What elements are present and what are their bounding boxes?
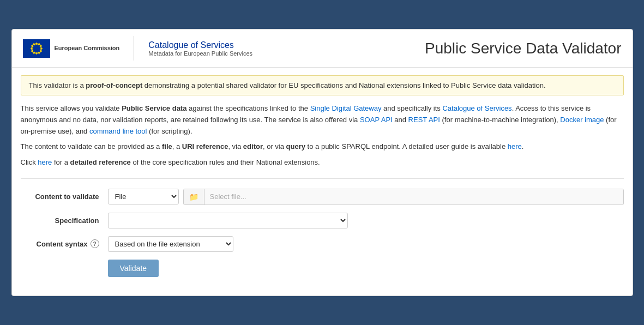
link-user-guide[interactable]: here (508, 142, 522, 151)
specification-select[interactable] (108, 213, 348, 228)
desc2-mid1: , a (172, 142, 182, 151)
catalogue-subtitle: Metadata for European Public Services (148, 50, 252, 57)
header-divider (134, 36, 134, 61)
desc1-end: (for scripting). (147, 127, 192, 135)
description-para2: The content to validate can be provided … (21, 141, 624, 153)
syntax-label-text: Content syntax (37, 240, 88, 248)
desc1-mid5: (for machine-to-machine integration), (440, 116, 560, 124)
syntax-label: Content syntax ? (21, 239, 108, 248)
desc1-before: This service allows you validate (21, 104, 122, 112)
catalogue-title: Catalogue of Services (148, 40, 252, 50)
link-detailed-reference[interactable]: here (38, 158, 52, 166)
banner-text-after: demonstrating a potential shared validat… (142, 81, 545, 89)
specification-label: Specification (21, 216, 108, 225)
main-content: This service allows you validate Public … (12, 103, 633, 296)
desc3-mid: for a (52, 158, 70, 166)
syntax-row: Content syntax ? Based on the file exten… (21, 236, 624, 252)
desc2-bold1: file (162, 142, 172, 151)
commission-name: European Commission (55, 44, 120, 52)
desc2-mid4: to a public SPARQL endpoint. A detailed … (305, 142, 508, 151)
folder-icon: 📁 (189, 192, 198, 201)
eu-flag (23, 39, 50, 58)
file-input-area: 📁 Select file... (183, 189, 624, 205)
specification-row: Specification (21, 213, 624, 228)
banner-bold: proof-of-concept (86, 81, 142, 89)
desc3-before: Click (21, 158, 38, 166)
desc1-bold: Public Service data (122, 104, 186, 112)
validate-button[interactable]: Validate (108, 260, 159, 277)
desc1-mid4: and (393, 116, 408, 124)
validate-row: Validate (21, 260, 624, 277)
content-label: Content to validate (21, 192, 108, 201)
desc2-mid2: , via (228, 142, 243, 151)
desc3-end: of the core specification rules and thei… (131, 158, 320, 166)
desc2-bold2: URI reference (182, 142, 228, 151)
content-type-select[interactable]: File URI Editor SPARQL endpoint (108, 189, 179, 204)
info-banner: This validator is a proof-of-concept dem… (21, 75, 624, 95)
desc1-mid: against the specifications linked to the (186, 104, 310, 112)
file-browse-button[interactable]: 📁 (184, 189, 204, 204)
header: European Commission Catalogue of Service… (12, 29, 633, 68)
desc2-mid3: , or via (263, 142, 286, 151)
content-controls: File URI Editor SPARQL endpoint 📁 Select… (108, 189, 624, 205)
link-catalogue-of-services[interactable]: Catalogue of Services (442, 104, 511, 112)
desc1-mid2: and specifically its (381, 104, 442, 112)
form-section: Content to validate File URI Editor SPAR… (21, 178, 624, 277)
link-command-line-tool[interactable]: command line tool (89, 127, 147, 135)
link-rest-api[interactable]: REST API (408, 116, 440, 124)
page-title: Public Service Data Validator (425, 40, 622, 57)
desc3-bold: detailed reference (70, 158, 131, 166)
banner-text-before: This validator is a (29, 81, 86, 89)
link-soap-api[interactable]: SOAP API (360, 116, 393, 124)
header-left: European Commission Catalogue of Service… (23, 36, 253, 61)
description-para3: Click here for a detailed reference of t… (21, 157, 624, 168)
syntax-help-icon[interactable]: ? (91, 239, 99, 248)
link-docker-image[interactable]: Docker image (560, 116, 604, 124)
syntax-select[interactable]: Based on the file extension RDF/XML Turt… (108, 236, 233, 252)
syntax-controls: Based on the file extension RDF/XML Turt… (108, 236, 624, 252)
desc2-bold4: query (286, 142, 305, 151)
link-single-digital-gateway[interactable]: Single Digital Gateway (310, 104, 382, 112)
eu-logo: European Commission (23, 39, 120, 58)
file-placeholder: Select file... (204, 189, 623, 204)
specification-controls (108, 213, 624, 228)
desc2-end: . (522, 142, 524, 151)
desc2-before: The content to validate can be provided … (21, 142, 162, 151)
commission-text: European Commission (55, 44, 120, 52)
main-container: European Commission Catalogue of Service… (11, 29, 633, 296)
catalogue-info: Catalogue of Services Metadata for Europ… (148, 40, 252, 57)
desc2-bold3: editor (243, 142, 263, 151)
content-row: Content to validate File URI Editor SPAR… (21, 189, 624, 205)
description-para1: This service allows you validate Public … (21, 103, 624, 137)
